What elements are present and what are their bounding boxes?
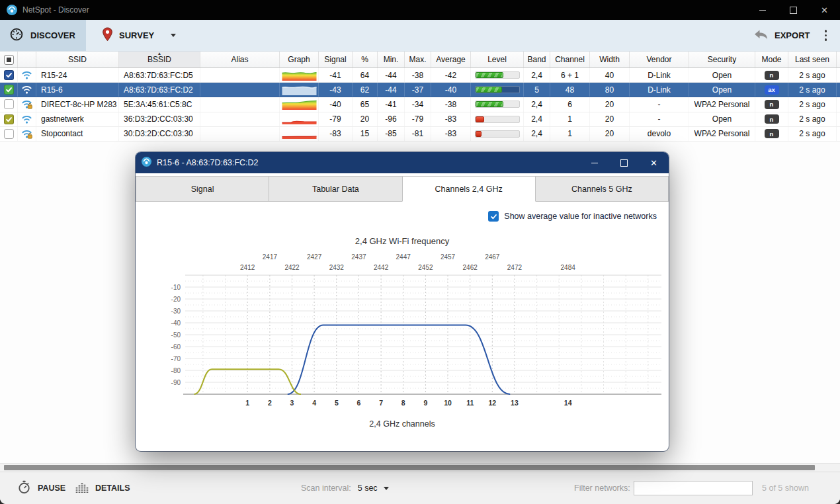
svg-text:-50: -50: [171, 331, 181, 339]
cell-min: -41: [378, 97, 405, 111]
map-pin-icon: [102, 27, 113, 44]
dialog-tabs: SignalTabular DataChannels 2,4 GHzChanne…: [136, 173, 669, 202]
scrollbar-thumb[interactable]: [4, 465, 815, 470]
cell-graph: [280, 68, 319, 82]
check-icon: [5, 116, 13, 123]
kebab-menu-icon[interactable]: [822, 27, 830, 44]
table-row[interactable]: DIRECT-8c-HP M283 L...5E:3A:45:61:C5:8C-…: [0, 97, 840, 112]
show-average-checkbox[interactable]: [488, 211, 499, 222]
export-label: EXPORT: [775, 30, 810, 40]
cell-percent: 20: [353, 112, 378, 126]
table-row[interactable]: R15-6A8:63:7D:63:FC:D2-4362-44-37-405488…: [0, 83, 840, 97]
cell-alias: [200, 68, 280, 82]
cell-max: -81: [405, 127, 431, 141]
column-header-width[interactable]: Width: [590, 52, 630, 67]
pause-button[interactable]: PAUSE: [17, 472, 65, 504]
cell-channel: 6: [550, 97, 590, 111]
dialog-close-icon[interactable]: ✕: [639, 152, 669, 173]
export-button[interactable]: EXPORT: [753, 28, 810, 42]
column-header-ssid[interactable]: SSID: [36, 52, 119, 67]
column-header-mode[interactable]: Mode: [755, 52, 788, 67]
column-header-band[interactable]: Band: [524, 52, 550, 67]
filter-label-wrap: Filter networks:: [574, 472, 630, 504]
column-header-signal[interactable]: Signal: [319, 52, 353, 67]
row-checkbox[interactable]: [4, 70, 14, 80]
maximize-icon[interactable]: [778, 0, 809, 20]
table-row[interactable]: R15-24A8:63:7D:63:FC:D5-4164-44-38-422,4…: [0, 68, 840, 83]
column-header-bssid[interactable]: ▲BSSID: [119, 52, 200, 67]
dialog-minimize-icon[interactable]: [579, 152, 609, 173]
cell-width: 20: [590, 127, 630, 141]
cell-level: [471, 68, 524, 82]
column-header-graph[interactable]: Graph: [280, 52, 319, 67]
table-row[interactable]: gastnetwerk36:D3:2D:CC:03:30-7920-96-79-…: [0, 112, 840, 127]
svg-text:5: 5: [335, 399, 339, 407]
svg-text:10: 10: [444, 399, 452, 407]
svg-text:2417: 2417: [263, 253, 278, 261]
table-row[interactable]: Stopcontact30:D3:2D:CC:03:30-8315-85-81-…: [0, 127, 840, 142]
cell-checkbox: [0, 127, 18, 141]
cell-ssid: DIRECT-8c-HP M283 L...: [36, 97, 119, 111]
column-header-security[interactable]: Security: [689, 52, 755, 67]
cell-width: 20: [590, 112, 630, 126]
tab-signal[interactable]: Signal: [136, 176, 269, 202]
survey-label: SURVEY: [119, 30, 154, 40]
level-bar: [476, 87, 503, 93]
survey-tab[interactable]: SURVEY: [102, 27, 176, 44]
level-bar: [476, 131, 482, 137]
cell-security: Open: [689, 112, 755, 126]
table-header: SSID▲BSSIDAliasGraphSignal%Min.Max.Avera…: [0, 52, 840, 68]
header-wifi-spacer: [18, 52, 36, 67]
mode-badge: n: [765, 71, 779, 80]
cell-mode: n: [755, 127, 788, 141]
statusbar: PAUSE DETAILS Scan interval: 5 sec Filte…: [0, 472, 840, 504]
minimize-icon[interactable]: [747, 0, 778, 20]
cell-wifi: [18, 112, 36, 126]
survey-dropdown-icon[interactable]: [171, 34, 176, 37]
svg-text:2484: 2484: [561, 264, 576, 271]
column-header-last-seen[interactable]: Last seen: [788, 52, 837, 67]
cell-bssid: A8:63:7D:63:FC:D5: [119, 68, 200, 82]
cell-ssid: R15-24: [36, 68, 119, 82]
column-header-vendor[interactable]: Vendor: [630, 52, 689, 67]
equalizer-icon: [75, 482, 89, 495]
row-checkbox[interactable]: [4, 85, 14, 95]
details-button[interactable]: DETAILS: [75, 472, 130, 504]
cell-min: -96: [378, 112, 405, 126]
column-header-channel[interactable]: Channel: [550, 52, 590, 67]
export-arrow-icon: [753, 28, 769, 42]
column-header-percent[interactable]: %: [353, 52, 378, 67]
cell-percent: 65: [353, 97, 378, 111]
row-checkbox[interactable]: [4, 114, 14, 124]
cell-alias: [200, 83, 280, 97]
horizontal-scrollbar[interactable]: [0, 463, 840, 472]
close-icon[interactable]: ✕: [809, 0, 840, 20]
column-header-min[interactable]: Min.: [378, 52, 405, 67]
svg-text:-20: -20: [171, 296, 181, 303]
cell-average: -42: [431, 68, 471, 82]
cell-band: 2,4: [524, 68, 550, 82]
svg-text:6: 6: [357, 399, 360, 407]
column-header-level[interactable]: Level: [471, 52, 524, 67]
channel-curve-r15-24: [288, 325, 510, 394]
tab-channels-2-4-ghz[interactable]: Channels 2,4 GHz: [402, 176, 536, 202]
scan-interval-select[interactable]: 5 sec: [358, 483, 389, 493]
column-header-alias[interactable]: Alias: [200, 52, 280, 67]
column-header-average[interactable]: Average: [431, 52, 471, 67]
cell-signal: -43: [319, 83, 353, 97]
svg-text:4: 4: [312, 399, 316, 407]
row-checkbox[interactable]: [4, 99, 14, 109]
cell-bssid: 30:D3:2D:CC:03:30: [119, 127, 200, 141]
wifi-icon: [21, 99, 32, 109]
tab-tabular-data[interactable]: Tabular Data: [269, 176, 402, 202]
column-header-max[interactable]: Max.: [405, 52, 431, 67]
filter-input[interactable]: [634, 481, 753, 495]
tab-channels-5-ghz[interactable]: Channels 5 GHz: [535, 176, 669, 202]
cell-mode: ax: [755, 83, 788, 97]
cell-alias: [200, 97, 280, 111]
select-all-checkbox[interactable]: [0, 52, 18, 67]
discover-tab[interactable]: DISCOVER: [0, 20, 86, 51]
dialog-maximize-icon[interactable]: [609, 152, 639, 173]
row-checkbox[interactable]: [4, 129, 14, 139]
cell-width: 40: [590, 68, 630, 82]
